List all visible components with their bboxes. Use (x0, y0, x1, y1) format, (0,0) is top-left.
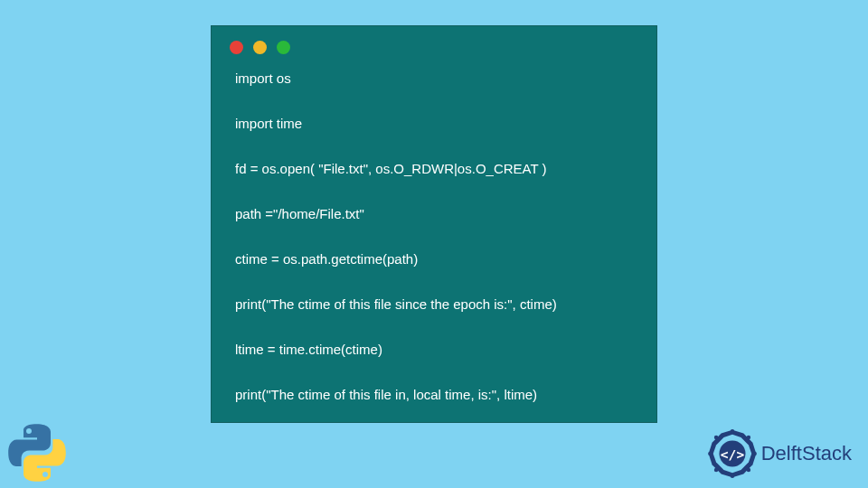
code-line: path ="/home/File.txt" (235, 206, 633, 222)
svg-point-10 (708, 452, 712, 455)
code-line: import time (235, 116, 633, 132)
delftstack-logo: </> DelftStack (707, 428, 852, 479)
code-line: print("The ctime of this file in, local … (235, 387, 633, 403)
svg-point-5 (746, 436, 750, 439)
svg-point-4 (730, 429, 733, 433)
code-line: import os (235, 70, 633, 87)
svg-point-9 (714, 468, 718, 472)
window-controls (212, 26, 656, 63)
code-line: print("The ctime of this file since the … (235, 296, 633, 313)
code-content: import os import time fd = os.open( "Fil… (212, 63, 656, 421)
delftstack-label: DelftStack (761, 442, 852, 465)
minimize-dot-icon (253, 41, 267, 54)
code-line: fd = os.open( "File.txt", os.O_RDWR|os.O… (235, 161, 633, 177)
svg-text:</>: </> (721, 446, 745, 462)
svg-point-11 (714, 436, 718, 439)
maximize-dot-icon (277, 41, 290, 54)
svg-point-7 (746, 468, 750, 472)
svg-point-8 (730, 474, 733, 477)
code-line: ltime = time.ctime(ctime) (235, 342, 633, 358)
code-window: import os import time fd = os.open( "Fil… (211, 25, 657, 423)
code-line: ctime = os.path.getctime(path) (235, 251, 633, 267)
python-logo-icon (7, 423, 67, 483)
svg-point-6 (752, 452, 756, 455)
delftstack-icon: </> (707, 428, 758, 479)
close-dot-icon (230, 41, 243, 54)
